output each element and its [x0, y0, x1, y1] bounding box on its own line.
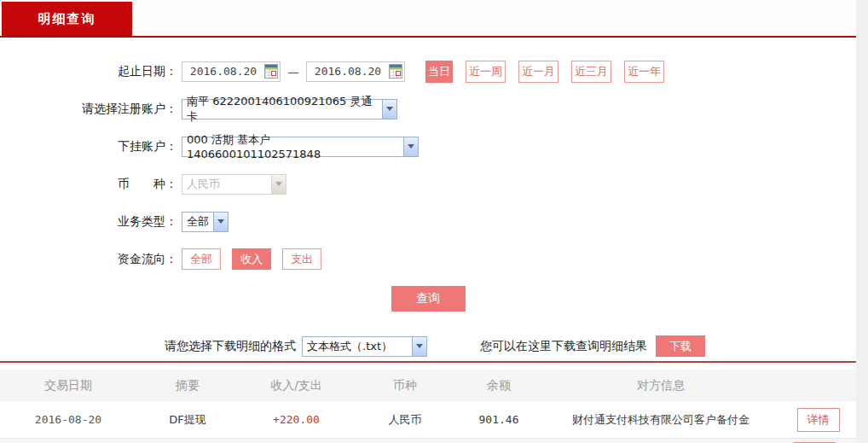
start-date-input[interactable]: 2016.08.20	[182, 61, 281, 82]
calendar-icon[interactable]	[389, 64, 402, 79]
sub-account-value: 000 活期 基本户 1406600101102571848	[187, 132, 403, 160]
business-type-select[interactable]: 全部	[182, 212, 229, 232]
table-row: 2016-08-20 DF提现 +220.00 人民币 901.46 财付通支付…	[0, 401, 856, 439]
results-table: 交易日期 摘要 收入/支出 币种 余额 对方信息 2016-08-20 DF提现…	[0, 370, 856, 443]
date-range-label: 起止日期：	[0, 64, 177, 79]
chevron-down-icon[interactable]	[382, 100, 396, 119]
query-button-row: 查询	[0, 286, 856, 312]
cell-amount: +220.00	[239, 413, 354, 426]
fund-flow-row: 资金流向： 全部 收入 支出	[0, 248, 856, 270]
download-format-value: 文本格式（.txt）	[307, 339, 392, 354]
business-type-label: 业务类型：	[0, 214, 177, 230]
fund-flow-all-button[interactable]: 全部	[182, 248, 221, 270]
query-button[interactable]: 查询	[391, 286, 466, 312]
cell-balance: 901.46	[456, 413, 541, 426]
chevron-down-icon[interactable]	[403, 137, 418, 156]
sub-account-label: 下挂账户：	[0, 139, 177, 154]
start-date-value: 2016.08.20	[182, 65, 264, 78]
date-range-separator: —	[287, 65, 299, 79]
sub-account-select[interactable]: 000 活期 基本户 1406600101102571848	[182, 137, 419, 157]
cell-date: 2016-08-20	[0, 413, 136, 426]
register-account-row: 请选择注册账户： 南平 6222001406100921065 灵通卡	[0, 98, 856, 119]
quick-range-month-button[interactable]: 近一月	[518, 61, 558, 83]
register-account-label: 请选择注册账户：	[0, 102, 177, 117]
cell-currency: 人民币	[354, 412, 456, 428]
fund-flow-expense-button[interactable]: 支出	[282, 248, 321, 270]
end-date-input[interactable]: 2016.08.20	[306, 61, 405, 82]
header-date: 交易日期	[0, 378, 136, 393]
quick-range-week-button[interactable]: 近一周	[466, 61, 506, 83]
header-balance: 余额	[456, 378, 541, 393]
fund-flow-income-button[interactable]: 收入	[232, 248, 271, 270]
cell-counterparty: 财付通支付科技有限公司客户备付金	[541, 412, 780, 428]
register-account-value: 南平 6222001406100921065 灵通卡	[187, 94, 382, 125]
chevron-down-icon	[271, 175, 286, 194]
table-header-row: 交易日期 摘要 收入/支出 币种 余额 对方信息	[0, 370, 856, 401]
quick-range-today-button[interactable]: 当日	[425, 61, 453, 83]
business-type-row: 业务类型： 全部	[0, 211, 856, 232]
header-summary: 摘要	[136, 378, 239, 393]
download-hint: 您可以在这里下载查询明细结果	[480, 339, 647, 354]
tab-underline	[0, 36, 856, 38]
currency-select: 人民币	[182, 174, 286, 195]
download-format-label: 请您选择下载明细的格式	[165, 339, 296, 354]
main-content: 明细查询 起止日期： 2016.08.20 — 2016.08.20 当日 近一…	[0, 0, 856, 443]
page: 明细查询 起止日期： 2016.08.20 — 2016.08.20 当日 近一…	[0, 0, 868, 443]
tab-bar: 明细查询	[0, 0, 856, 38]
chevron-down-icon[interactable]	[412, 337, 426, 356]
tab-detail-query[interactable]: 明细查询	[2, 2, 132, 36]
table-partial-next-row	[0, 439, 856, 443]
page-right-margin	[856, 0, 868, 443]
register-account-select[interactable]: 南平 6222001406100921065 灵通卡	[182, 99, 397, 119]
header-currency: 币种	[354, 378, 456, 393]
currency-value: 人民币	[187, 177, 220, 192]
business-type-value: 全部	[187, 214, 209, 230]
date-range-row: 起止日期： 2016.08.20 — 2016.08.20 当日 近一周 近一月…	[0, 61, 856, 82]
query-form: 起止日期： 2016.08.20 — 2016.08.20 当日 近一周 近一月…	[0, 61, 856, 312]
calendar-icon[interactable]	[264, 64, 278, 79]
download-row: 请您选择下载明细的格式 文本格式（.txt） 您可以在这里下载查询明细结果 下载	[0, 335, 856, 357]
header-in-out: 收入/支出	[239, 378, 354, 393]
detail-button[interactable]: 详情	[797, 408, 840, 432]
quick-range-year-button[interactable]: 近一年	[624, 61, 664, 83]
table-top-divider	[0, 361, 856, 363]
chevron-down-icon[interactable]	[213, 213, 228, 231]
download-format-select[interactable]: 文本格式（.txt）	[302, 336, 427, 357]
end-date-value: 2016.08.20	[307, 65, 389, 78]
currency-row: 币 种： 人民币	[0, 173, 856, 195]
download-button[interactable]: 下载	[656, 335, 705, 357]
cell-summary: DF提现	[136, 412, 239, 428]
currency-label: 币 种：	[0, 177, 177, 192]
sub-account-row: 下挂账户： 000 活期 基本户 1406600101102571848	[0, 136, 856, 157]
fund-flow-label: 资金流向：	[0, 252, 177, 267]
quick-range-quarter-button[interactable]: 近三月	[571, 61, 611, 83]
header-counterparty: 对方信息	[541, 378, 780, 393]
